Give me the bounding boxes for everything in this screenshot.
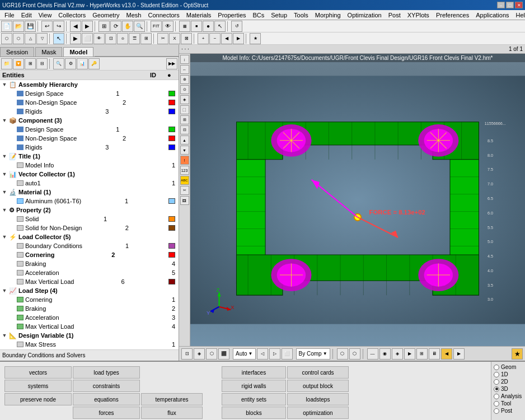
menu-connectors[interactable]: Connectors xyxy=(144,11,182,19)
menu-applications[interactable]: Applications xyxy=(472,11,512,19)
lt-btn3[interactable]: ⊞ xyxy=(25,58,36,69)
tb2-1[interactable]: ⬡ xyxy=(1,33,12,44)
vp-tb-9[interactable]: ⬡ xyxy=(349,348,360,360)
tree-item-rig1[interactable]: Rigids 3 xyxy=(0,107,179,116)
tree-loadstep[interactable]: ▼ 📈 Load Step (4) xyxy=(0,286,179,295)
point-btn[interactable]: ● xyxy=(203,21,214,32)
vp-btn9[interactable]: ▲ xyxy=(180,136,189,144)
radio-btn-1d[interactable] xyxy=(494,372,499,377)
cell-systems[interactable]: systems xyxy=(4,380,72,392)
radio-1d[interactable]: 1D xyxy=(494,371,523,377)
cell-entity-sets[interactable]: entity sets xyxy=(222,393,286,405)
menu-file[interactable]: File xyxy=(1,11,18,19)
cell-control-cards[interactable]: control cards xyxy=(287,366,349,379)
menu-bcs[interactable]: BCs xyxy=(250,11,268,19)
vp-btn5[interactable]: ◈ xyxy=(180,95,189,104)
tb2-10[interactable]: ⌾ xyxy=(117,33,128,44)
vp-tb-16[interactable]: ◀ xyxy=(441,348,452,360)
tb2-11[interactable]: ☰ xyxy=(129,33,140,44)
tree-acceleration[interactable]: Acceleration 5 xyxy=(0,268,179,277)
tree-comp-nds[interactable]: Non-Design Space 2 xyxy=(0,134,179,143)
tb2-16[interactable]: + xyxy=(198,33,209,44)
tb2-14[interactable]: X xyxy=(169,33,180,44)
tb2-6[interactable]: ▶ xyxy=(70,33,81,44)
vp-btn8[interactable]: ⊟ xyxy=(180,125,189,134)
radio-btn-3d[interactable] xyxy=(494,386,499,392)
rotate-btn[interactable]: ⟳ xyxy=(110,21,121,32)
fit-btn[interactable]: FIT xyxy=(151,21,162,32)
radio-3d[interactable]: 3D xyxy=(494,386,523,392)
open-button[interactable]: 📂 xyxy=(13,21,24,32)
tab-session[interactable]: Session xyxy=(0,47,34,57)
tree-model-info[interactable]: Model Info 1 xyxy=(0,161,179,170)
cursor-btn[interactable]: ↖ xyxy=(214,21,226,32)
close-button[interactable]: ✕ xyxy=(515,2,523,8)
tree-solid1[interactable]: Solid 1 xyxy=(0,214,179,223)
tb2-8[interactable]: 👁 xyxy=(93,33,105,44)
radio-post[interactable]: Post xyxy=(494,408,523,414)
tree-vector[interactable]: ▼ 📊 Vector Collector (1) xyxy=(0,170,179,179)
cell-interfaces[interactable]: interfaces xyxy=(222,366,286,379)
vp-btn4[interactable]: ⊙ xyxy=(180,85,189,94)
vp-btn2[interactable]: ↔ xyxy=(180,65,189,74)
vp-tb-3[interactable]: ⬡ xyxy=(206,348,217,360)
auto-dropdown[interactable]: Auto ▼ xyxy=(233,348,256,360)
vp-btn15[interactable]: 🖼 xyxy=(180,196,189,205)
cell-vectors[interactable]: vectors xyxy=(4,366,72,379)
tree-maxstress[interactable]: Max Stress 1 xyxy=(0,340,179,349)
save-button[interactable]: 💾 xyxy=(25,21,36,32)
minimize-button[interactable]: – xyxy=(497,2,505,8)
tree-desvar[interactable]: ▼ 📐 Design Variable (1) xyxy=(0,331,179,340)
select-btn[interactable]: ⊞ xyxy=(99,21,110,32)
vp-tb-4[interactable]: ⬛ xyxy=(218,348,229,360)
menu-setup[interactable]: Setup xyxy=(268,11,290,19)
cell-output-block[interactable]: output block xyxy=(287,380,349,392)
tb2-9[interactable]: ⊡ xyxy=(105,33,116,44)
cell-preserve-node[interactable]: preserve node xyxy=(4,393,72,405)
view-btn[interactable]: 👁 xyxy=(162,21,174,32)
tb2-12[interactable]: ⊞ xyxy=(140,33,152,44)
vp-tb-6[interactable]: ▷ xyxy=(269,348,280,360)
tree-item-ds1[interactable]: Design Space 1 xyxy=(0,89,179,98)
vp-btn14[interactable]: ✂ xyxy=(180,186,189,195)
reset-btn[interactable]: ↺ xyxy=(231,21,242,32)
cell-forces[interactable]: forces xyxy=(73,407,140,419)
lt-btn2[interactable]: 🔽 xyxy=(13,58,24,69)
tree-bc[interactable]: Boundary Conditions 1 xyxy=(0,241,179,250)
tab-model[interactable]: Model xyxy=(63,47,93,57)
tree-title[interactable]: ▼ 📝 Title (1) xyxy=(0,152,179,161)
cell-equations[interactable]: equations xyxy=(73,393,140,405)
tb2-4[interactable]: ▽ xyxy=(36,33,48,44)
vp-btn12[interactable]: 123 xyxy=(180,166,189,175)
lt-btn1[interactable]: 📁 xyxy=(1,58,12,69)
new-button[interactable]: 📄 xyxy=(1,21,12,32)
tree-braking[interactable]: Braking 4 xyxy=(0,259,179,268)
cell-loadsteps[interactable]: loadsteps xyxy=(287,393,349,405)
tree-item-nds1[interactable]: Non-Design Space 2 xyxy=(0,98,179,107)
tree-cornering[interactable]: Cornering 2 xyxy=(0,250,179,259)
pan-btn[interactable]: ✋ xyxy=(122,21,133,32)
tree-ls-braking[interactable]: Braking 2 xyxy=(0,304,179,313)
tree-load-coll[interactable]: ▼ ⚡ Load Collector (5) xyxy=(0,232,179,241)
cell-load-types[interactable]: load types xyxy=(73,366,140,379)
vp-tb-10[interactable]: — xyxy=(367,348,378,360)
tab-mask[interactable]: Mask xyxy=(35,47,62,57)
redo-button[interactable]: ↪ xyxy=(53,21,64,32)
menu-view[interactable]: View xyxy=(35,11,55,19)
vp-btn1[interactable]: ↕ xyxy=(180,55,189,64)
menu-mesh[interactable]: Mesh xyxy=(123,11,145,19)
vp-tb-star[interactable]: ★ xyxy=(512,348,523,360)
cell-blocks[interactable]: blocks xyxy=(222,407,286,419)
cell-temperatures[interactable]: temperatures xyxy=(141,393,203,405)
vp-tb-8[interactable]: ⬡ xyxy=(337,348,348,360)
vp-btn3[interactable]: ⊕ xyxy=(180,75,189,84)
vp-btn13[interactable]: ABC xyxy=(180,176,189,185)
menu-optimization[interactable]: Optimization xyxy=(344,11,385,19)
tree-assembly[interactable]: ▼ 📋 Assembly Hierarchy xyxy=(0,80,179,89)
vp-tb-2[interactable]: ◈ xyxy=(194,348,205,360)
menu-collectors[interactable]: Collectors xyxy=(55,11,89,19)
viewport-3d[interactable]: Model Info: C:/Users/2147675s/Documents/… xyxy=(190,54,525,346)
lt-expand[interactable]: ▶▶ xyxy=(166,58,177,69)
menu-xyplots[interactable]: XYPlots xyxy=(404,11,433,19)
maximize-button[interactable]: □ xyxy=(506,2,514,8)
